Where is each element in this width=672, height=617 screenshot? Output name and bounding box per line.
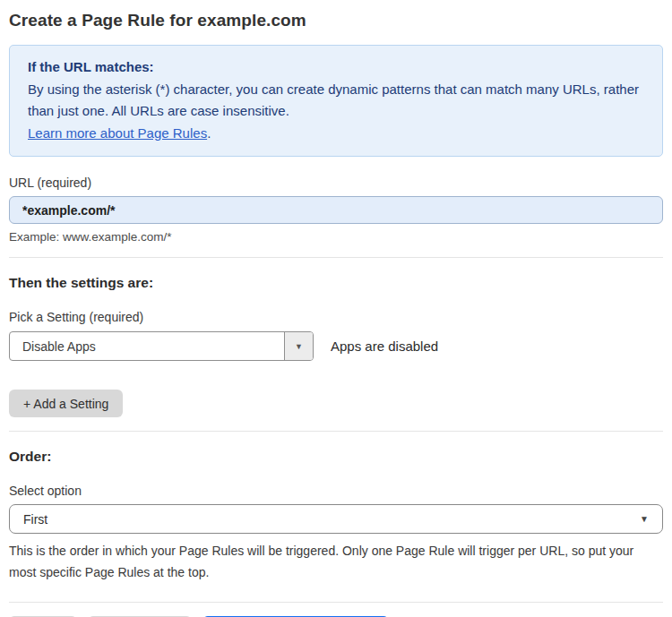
callout-heading: If the URL matches:	[28, 56, 644, 79]
callout-body: By using the asterisk (*) character, you…	[28, 79, 644, 123]
setting-status-text: Apps are disabled	[331, 338, 438, 354]
setting-dropdown[interactable]: Disable Apps ▼	[9, 331, 314, 361]
footer-divider	[9, 602, 663, 603]
link-period: .	[207, 125, 211, 141]
url-example-text: Example: www.example.com/*	[9, 230, 663, 244]
add-setting-button[interactable]: + Add a Setting	[9, 390, 123, 417]
url-match-info-callout: If the URL matches: By using the asteris…	[9, 45, 663, 157]
section-divider	[9, 431, 663, 432]
url-field-label: URL (required)	[9, 176, 663, 190]
settings-heading: Then the settings are:	[9, 275, 663, 291]
callout-link-line: Learn more about Page Rules.	[28, 123, 644, 145]
setting-dropdown-value: Disable Apps	[10, 332, 284, 360]
page-title: Create a Page Rule for example.com	[9, 11, 663, 30]
order-select-value: First	[23, 512, 47, 527]
chevron-down-icon[interactable]: ▼	[284, 332, 313, 360]
order-select[interactable]: First ▼	[9, 504, 663, 534]
setting-picker-label: Pick a Setting (required)	[9, 310, 663, 324]
create-page-rule-form: Create a Page Rule for example.com If th…	[0, 0, 672, 617]
chevron-down-icon: ▼	[640, 514, 649, 524]
order-heading: Order:	[9, 449, 663, 465]
section-divider	[9, 257, 663, 258]
url-input[interactable]	[9, 196, 663, 224]
setting-row: Disable Apps ▼ Apps are disabled	[9, 331, 663, 361]
order-select-label: Select option	[9, 484, 663, 498]
learn-more-link[interactable]: Learn more about Page Rules	[28, 125, 207, 141]
order-help-text: This is the order in which your Page Rul…	[9, 540, 663, 583]
callout-body-text: By using the asterisk (*) character, you…	[28, 81, 639, 119]
